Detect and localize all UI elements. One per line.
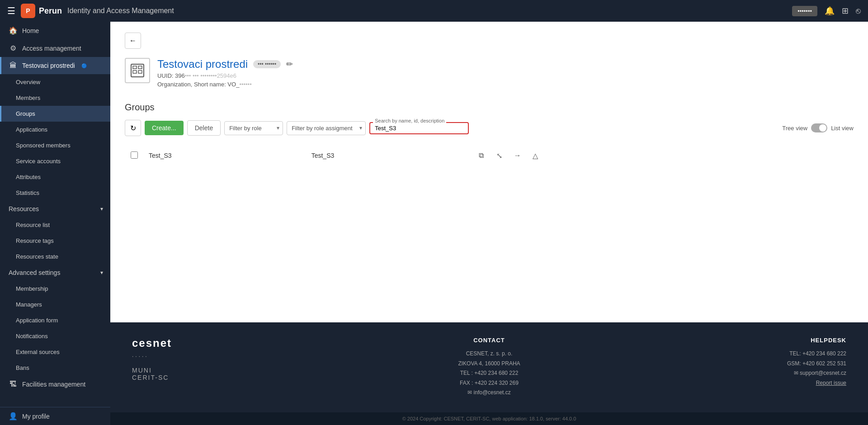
vo-badge: ••• •••••• bbox=[253, 60, 281, 68]
filter-role-wrapper: Filter by role bbox=[224, 121, 283, 135]
sidebar-item-vo-label: Testovaci prostredi bbox=[22, 62, 75, 69]
back-button[interactable]: ← bbox=[125, 33, 141, 49]
advanced-settings-chevron-icon: ▾ bbox=[100, 269, 103, 276]
delete-button[interactable]: Delete bbox=[187, 120, 221, 136]
footer-muni-line2: CERIT-SC bbox=[132, 374, 356, 381]
sidebar-item-notifications[interactable]: Notifications bbox=[0, 328, 110, 344]
sidebar-item-groups[interactable]: Groups bbox=[0, 106, 110, 122]
sidebar-item-resource-list[interactable]: Resource list bbox=[0, 217, 110, 233]
footer-helpdesk-email: ✉ support@cesnet.cz bbox=[623, 368, 846, 378]
sidebar-item-resource-list-label: Resource list bbox=[16, 222, 50, 228]
footer-helpdesk-title: HELPDESK bbox=[623, 337, 846, 344]
sidebar-item-facilities[interactable]: 🏗 Facilities management bbox=[0, 376, 110, 393]
sidebar-item-resources-state[interactable]: Resources state bbox=[0, 249, 110, 264]
svg-rect-2 bbox=[138, 66, 142, 69]
sidebar-item-my-profile[interactable]: 👤 My profile bbox=[0, 407, 110, 425]
footer-contact-email: ✉ info@cesnet.cz bbox=[377, 388, 601, 398]
footer-logo: cesnet ····· MUNI CERIT-SC bbox=[132, 337, 356, 398]
footer: cesnet ····· MUNI CERIT-SC CONTACT CESNE… bbox=[110, 322, 868, 412]
vo-name[interactable]: Testovaci prostredi bbox=[157, 58, 248, 71]
vo-org-rest: •••••• bbox=[239, 81, 251, 88]
create-button[interactable]: Create... bbox=[145, 121, 184, 135]
footer-helpdesk-gsm: GSM: +420 602 252 531 bbox=[623, 359, 846, 369]
access-management-icon: ⚙ bbox=[9, 44, 18, 52]
sidebar-section-resources[interactable]: Resources ▾ bbox=[0, 201, 110, 217]
footer-bottom: © 2024 Copyright: CESNET, CERIT-SC, web … bbox=[110, 412, 868, 425]
sidebar-item-resource-tags[interactable]: Resource tags bbox=[0, 233, 110, 249]
sidebar-item-vo[interactable]: 🏛 Testovaci prostredi 🔵 bbox=[0, 57, 110, 74]
sidebar-item-statistics[interactable]: Statistics bbox=[0, 185, 110, 201]
filter-role-assign-select[interactable]: Filter by role assigment bbox=[287, 121, 366, 135]
bell-icon[interactable]: 🔔 bbox=[825, 6, 835, 16]
sidebar-item-resource-tags-label: Resource tags bbox=[16, 237, 54, 244]
refresh-button[interactable]: ↻ bbox=[125, 120, 141, 136]
group-checkbox-cell bbox=[125, 144, 144, 168]
sidebar-item-home-label: Home bbox=[22, 27, 39, 34]
group-navigate-button[interactable]: → bbox=[510, 148, 524, 163]
content-area: ← Testovaci prostredi ••• •••••• bbox=[110, 22, 868, 425]
footer-contact-title: CONTACT bbox=[377, 337, 601, 344]
sidebar-item-home[interactable]: 🏠 Home bbox=[0, 22, 110, 39]
sidebar-item-access-management-label: Access management bbox=[22, 45, 81, 52]
footer-contact: CONTACT CESNET, z. s. p. o. ZIKOVA 4, 16… bbox=[377, 337, 601, 398]
groups-table-body: Test_S3 Test_S3 ⧉ ⤡ → △ bbox=[125, 144, 854, 168]
vo-uuid: UUID: 396••• ••• ••••••••2594e6 bbox=[157, 72, 854, 79]
view-toggle: Tree view List view bbox=[782, 123, 854, 132]
vo-details: Testovaci prostredi ••• •••••• ✏ UUID: 3… bbox=[157, 58, 854, 88]
footer-helpdesk-report[interactable]: Report issue bbox=[816, 380, 846, 386]
sidebar-item-bans-label: Bans bbox=[16, 364, 29, 371]
logo-icon: P bbox=[21, 4, 35, 18]
groups-table: Test_S3 Test_S3 ⧉ ⤡ → △ bbox=[125, 143, 854, 168]
grid-icon[interactable]: ⊞ bbox=[842, 6, 849, 16]
group-actions: ⧉ ⤡ → △ bbox=[474, 148, 848, 163]
group-actions-cell: ⧉ ⤡ → △ bbox=[468, 144, 853, 168]
group-copy-button[interactable]: ⧉ bbox=[474, 148, 488, 163]
sidebar-item-external-sources[interactable]: External sources bbox=[0, 344, 110, 360]
sidebar-item-applications[interactable]: Applications bbox=[0, 122, 110, 137]
sidebar-item-service-accounts-label: Service accounts bbox=[16, 158, 61, 165]
vo-edit-icon[interactable]: ✏ bbox=[286, 59, 293, 69]
sidebar-section-advanced-settings[interactable]: Advanced settings ▾ bbox=[0, 264, 110, 281]
sidebar-item-attributes[interactable]: Attributes bbox=[0, 169, 110, 185]
group-select-checkbox[interactable] bbox=[131, 151, 138, 159]
logout-icon[interactable]: ⎋ bbox=[856, 6, 861, 16]
svg-rect-4 bbox=[138, 71, 142, 73]
footer-contact-tel: TEL : +420 234 680 222 bbox=[377, 368, 601, 378]
search-box-wrapper: Search by name, id, description bbox=[369, 122, 469, 134]
svg-rect-1 bbox=[133, 66, 137, 69]
sidebar-item-sponsored-members[interactable]: Sponsored members bbox=[0, 137, 110, 153]
sidebar-item-members[interactable]: Members bbox=[0, 90, 110, 106]
tree-view-label: Tree view bbox=[782, 125, 807, 132]
group-name-cell: Test_S3 bbox=[143, 144, 306, 168]
sidebar-advanced-settings-label: Advanced settings bbox=[9, 269, 60, 276]
vo-org: Organization, Short name: VO_•••••• bbox=[157, 81, 854, 88]
search-input[interactable] bbox=[369, 122, 469, 134]
sidebar-item-external-sources-label: External sources bbox=[16, 349, 60, 355]
groups-section-title: Groups bbox=[125, 102, 854, 113]
footer-cesnet-dots: ····· bbox=[132, 353, 356, 359]
sidebar-item-access-management[interactable]: ⚙ Access management bbox=[0, 39, 110, 57]
sidebar-item-membership[interactable]: Membership bbox=[0, 281, 110, 297]
footer-helpdesk-tel: TEL: +420 234 680 222 bbox=[623, 349, 846, 359]
vo-icon bbox=[125, 58, 150, 83]
sidebar-item-managers-label: Managers bbox=[16, 301, 42, 308]
sidebar-item-overview[interactable]: Overview bbox=[0, 74, 110, 90]
footer-muni: MUNI CERIT-SC bbox=[132, 367, 356, 381]
group-warn-button[interactable]: △ bbox=[528, 148, 542, 163]
sidebar-item-overview-label: Overview bbox=[16, 79, 40, 85]
view-toggle-switch[interactable] bbox=[811, 123, 827, 132]
user-button[interactable]: ••••••• bbox=[792, 6, 817, 16]
sidebar-item-resources-state-label: Resources state bbox=[16, 253, 58, 260]
hamburger-icon[interactable]: ☰ bbox=[7, 5, 15, 16]
groups-toolbar: ↻ Create... Delete Filter by role Filter… bbox=[125, 120, 854, 136]
sidebar-item-service-accounts[interactable]: Service accounts bbox=[0, 153, 110, 169]
sidebar-item-bans[interactable]: Bans bbox=[0, 360, 110, 376]
sidebar-item-my-profile-label: My profile bbox=[22, 413, 50, 420]
group-expand-button[interactable]: ⤡ bbox=[492, 148, 506, 163]
sidebar-item-application-form[interactable]: Application form bbox=[0, 312, 110, 328]
sidebar: 🏠 Home ⚙ Access management 🏛 Testovaci p… bbox=[0, 22, 110, 425]
sidebar-item-groups-label: Groups bbox=[16, 110, 35, 117]
sidebar-item-managers[interactable]: Managers bbox=[0, 297, 110, 312]
resources-chevron-icon: ▾ bbox=[100, 206, 103, 212]
filter-role-select[interactable]: Filter by role bbox=[224, 121, 283, 135]
